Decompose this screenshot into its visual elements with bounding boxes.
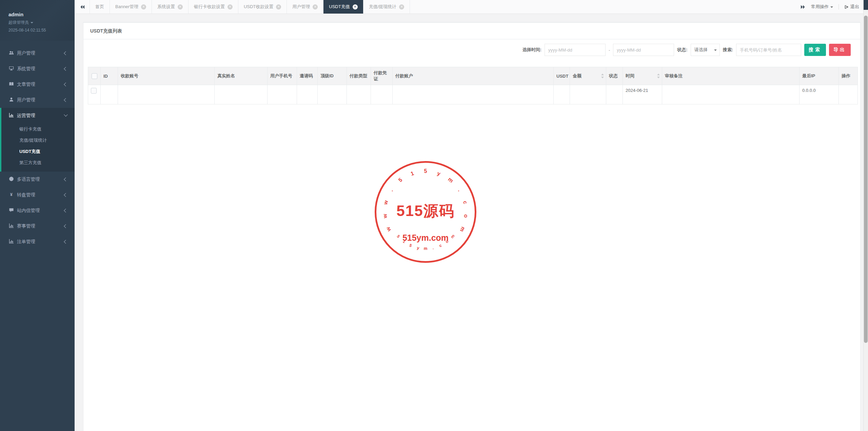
status-select[interactable]: 请选择 [691, 44, 720, 56]
sidebar-group-3: 用户管理 [0, 92, 75, 108]
chevron-left-icon [64, 209, 67, 212]
column-header-真实姓名: 真实姓名 [215, 67, 268, 85]
column-header-付款账户: 付款账户 [393, 67, 554, 85]
user-role-dropdown[interactable]: 超级管理员 [8, 20, 75, 25]
close-icon[interactable]: × [141, 4, 146, 9]
column-header-USDT: USDT [554, 67, 570, 85]
tab-充值/提现统计[interactable]: 充值/提现统计× [363, 0, 410, 14]
side-menu: 用户管理系统管理文章管理用户管理运营管理银行卡充值充值/提现统计USDT充值第三… [0, 45, 75, 250]
sidebar-item-系统管理[interactable]: 系统管理 [0, 61, 75, 77]
scroll-tabs-right-button[interactable] [801, 4, 806, 9]
login-timestamp: 2025-08-14 02:11:55 [8, 28, 75, 33]
tab-系统设置[interactable]: 系统设置× [152, 0, 189, 14]
sort-icon[interactable] [657, 73, 660, 79]
sidebar-subitem-USDT充值[interactable]: USDT充值 [1, 146, 75, 157]
sidebar-group-8: 赛事管理 [0, 218, 75, 234]
close-icon[interactable]: × [276, 4, 281, 9]
tab-首页[interactable]: 首页 [90, 0, 110, 14]
cell-last-ip: 0.0.0.0 [800, 85, 839, 104]
sidebar-item-用户管理[interactable]: 用户管理 [0, 92, 75, 108]
sidebar: admin 超级管理员 2025-08-14 02:11:55 用户管理系统管理… [0, 0, 75, 431]
scroll-tabs-left-button[interactable] [75, 0, 90, 14]
recharge-table: ID收款账号真实姓名用户手机号邀请码顶级ID付款类型付款凭证付款账户USDT金额… [88, 67, 858, 104]
chevron-left-icon [64, 240, 67, 243]
column-header-金额: 金额 [570, 67, 606, 85]
cell-action [839, 85, 858, 104]
usdt-recharge-panel: USDT充值列表 选择时间: - 状态: 请选择 搜索: 搜索 导出 [83, 22, 861, 431]
sidebar-subitem-银行卡充值[interactable]: 银行卡充值 [1, 123, 75, 135]
date-to-input[interactable] [613, 44, 674, 56]
scrollbar-corner [864, 0, 868, 10]
sidebar-group-6: ¥转盘管理 [0, 187, 75, 203]
sidebar-submenu: 银行卡充值充值/提现统计USDT充值第三方充值 [1, 123, 75, 172]
user-panel: admin 超级管理员 2025-08-14 02:11:55 [0, 0, 75, 41]
sidebar-item-用户管理[interactable]: 用户管理 [0, 45, 75, 61]
sidebar-item-label: 系统管理 [17, 66, 35, 71]
user-icon [9, 93, 14, 98]
tab-银行卡收款设置[interactable]: 银行卡收款设置× [189, 0, 238, 14]
cell-usdt [554, 85, 570, 104]
search-button[interactable]: 搜索 [804, 44, 826, 56]
column-header-付款类型: 付款类型 [347, 67, 371, 85]
search-label: 搜索: [723, 47, 733, 53]
page-title: USDT充值列表 [83, 23, 860, 39]
sidebar-subitem-充值/提现统计[interactable]: 充值/提现统计 [1, 135, 75, 146]
tab-label: USDT收款设置 [244, 4, 273, 9]
close-icon[interactable]: × [399, 4, 404, 9]
cell-id [101, 85, 118, 104]
sidebar-group-4: 运营管理银行卡充值充值/提现统计USDT充值第三方充值 [0, 108, 75, 172]
book-icon [9, 77, 14, 82]
row-checkbox[interactable] [91, 88, 97, 94]
column-header-最后IP: 最后IP [800, 67, 839, 85]
export-button[interactable]: 导出 [829, 44, 851, 56]
tab-Banner管理[interactable]: Banner管理× [110, 0, 152, 14]
chevron-left-icon [64, 51, 67, 55]
sidebar-item-赛事管理[interactable]: 赛事管理 [0, 218, 75, 234]
chevron-left-icon [64, 224, 67, 228]
close-icon[interactable]: × [178, 4, 183, 9]
close-icon[interactable]: × [228, 4, 233, 9]
date-from-input[interactable] [545, 44, 606, 56]
cell-pay-account [393, 85, 554, 104]
cell-pay-type [347, 85, 371, 104]
sidebar-subitem-第三方充值[interactable]: 第三方充值 [1, 157, 75, 168]
column-header-状态: 状态 [606, 67, 623, 85]
bar-chart-icon [9, 235, 14, 240]
tab-USDT充值[interactable]: USDT充值× [323, 0, 363, 14]
scrollbar-thumb[interactable] [864, 16, 868, 343]
sidebar-item-多语言管理[interactable]: 多语言管理 [0, 172, 75, 187]
sidebar-group-0: 用户管理 [0, 45, 75, 61]
scrollbar-track[interactable] [863, 0, 868, 431]
close-icon[interactable]: × [353, 4, 358, 9]
sidebar-item-label: 多语言管理 [17, 177, 40, 182]
tab-label: 系统设置 [157, 4, 175, 9]
cell-time: 2024-06-21 [623, 85, 662, 104]
tab-USDT收款设置[interactable]: USDT收款设置× [238, 0, 287, 14]
search-input[interactable] [736, 44, 801, 56]
cell-real-name [215, 85, 268, 104]
chevron-left-icon [64, 193, 67, 197]
cell-receive-account [118, 85, 215, 104]
sidebar-item-转盘管理[interactable]: ¥转盘管理 [0, 187, 75, 203]
tab-label: 用户管理 [292, 4, 310, 9]
logout-button[interactable]: 退出 [844, 4, 859, 10]
sidebar-item-注单管理[interactable]: 注单管理 [0, 234, 75, 250]
tab-label: 银行卡收款设置 [194, 4, 225, 9]
close-icon[interactable]: × [313, 4, 318, 9]
cell-top-id [318, 85, 347, 104]
sidebar-item-label: 运营管理 [17, 113, 35, 118]
sidebar-group-5: 多语言管理 [0, 172, 75, 187]
tab-label: Banner管理 [115, 4, 138, 9]
sort-icon[interactable] [601, 73, 604, 79]
cell-phone [268, 85, 297, 104]
sidebar-item-运营管理[interactable]: 运营管理 [1, 108, 75, 123]
tab-用户管理[interactable]: 用户管理× [287, 0, 323, 14]
sidebar-group-2: 文章管理 [0, 77, 75, 92]
column-header-顶级ID: 顶级ID [318, 67, 347, 85]
chevron-down-icon [830, 6, 833, 8]
open-tabs: 首页Banner管理×系统设置×银行卡收款设置×USDT收款设置×用户管理×US… [90, 0, 410, 14]
select-all-checkbox[interactable] [92, 73, 97, 79]
common-actions-dropdown[interactable]: 常用操作 [811, 4, 833, 10]
sidebar-item-文章管理[interactable]: 文章管理 [0, 77, 75, 92]
sidebar-item-站内信管理[interactable]: 站内信管理 [0, 203, 75, 218]
